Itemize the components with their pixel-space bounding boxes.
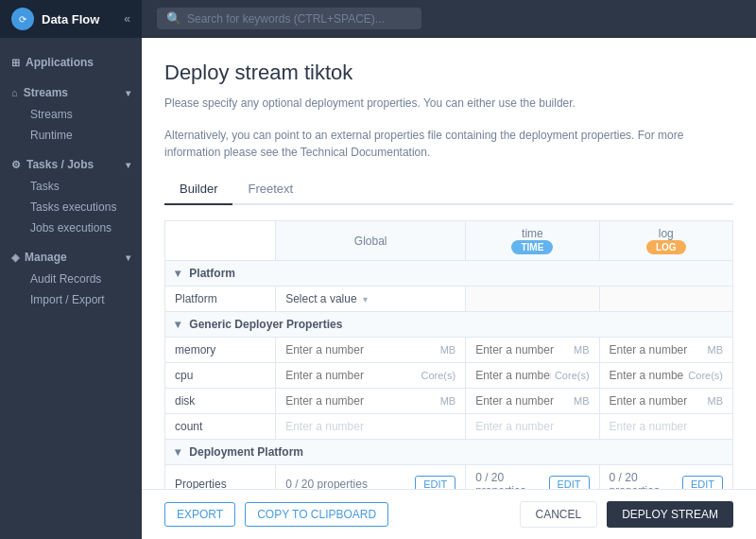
page-desc-1: Please specify any optional deployment p… — [164, 95, 733, 112]
platform-section-text: Platform — [189, 267, 235, 280]
memory-global-cell[interactable]: MB — [276, 338, 466, 363]
cpu-log-input[interactable] — [610, 369, 685, 382]
memory-time-input[interactable] — [475, 343, 570, 356]
tab-builder[interactable]: Builder — [164, 176, 232, 205]
memory-label: memory — [165, 338, 276, 363]
streams-chevron: ▾ — [126, 88, 130, 98]
sidebar-item-tasks-exec[interactable]: Tasks executions — [11, 197, 130, 217]
count-label: count — [165, 414, 276, 440]
sidebar-section-manage: ◈ Manage ▾ Audit Records Import / Export — [0, 240, 142, 312]
disk-log-input[interactable] — [610, 394, 704, 408]
cpu-row: cpu Core(s) Core(s) — [165, 363, 733, 389]
disk-global-cell[interactable]: MB — [276, 389, 466, 414]
memory-time-unit: MB — [574, 344, 590, 356]
stream-icon: ⌂ — [11, 87, 18, 98]
cpu-label: cpu — [165, 363, 276, 389]
footer: EXPORT COPY TO CLIPBOARD CANCEL DEPLOY S… — [142, 489, 756, 539]
footer-actions: CANCEL DEPLOY STREAM — [520, 501, 734, 528]
count-log-input[interactable] — [610, 420, 723, 433]
global-label: Global — [354, 235, 387, 248]
copy-to-clipboard-button[interactable]: COPY TO CLIPBOARD — [245, 502, 388, 527]
sidebar-section-streams: ⌂ Streams ▾ Streams Runtime — [0, 76, 142, 148]
platform-section-row: ▾ Platform — [165, 261, 733, 287]
disk-global-input[interactable] — [285, 394, 437, 408]
cpu-global-input[interactable] — [285, 369, 417, 382]
manage-label: Manage — [25, 251, 67, 264]
cpu-time-unit: Core(s) — [555, 370, 590, 381]
cancel-button[interactable]: CANCEL — [520, 501, 598, 528]
cpu-log-cell[interactable]: Core(s) — [599, 363, 732, 389]
sidebar-header: ⟳ Data Flow « — [0, 0, 142, 38]
sidebar: ⟳ Data Flow « ⊞ Applications ⌂ Streams ▾… — [0, 0, 142, 539]
cpu-log-unit: Core(s) — [688, 370, 723, 381]
sidebar-item-tasks[interactable]: Tasks — [11, 176, 130, 197]
memory-row: memory MB MB — [165, 338, 733, 363]
memory-global-input[interactable] — [285, 343, 437, 356]
generic-deployer-section-row: ▾ Generic Deployer Properties — [165, 312, 733, 338]
cpu-time-input[interactable] — [475, 369, 551, 382]
search-input[interactable] — [187, 12, 412, 26]
time-badge: TIME — [511, 240, 553, 254]
count-time-input[interactable] — [475, 420, 589, 433]
sidebar-nav: ⊞ Applications ⌂ Streams ▾ Streams Runti… — [0, 38, 142, 539]
deploy-props-log-cell[interactable]: 0 / 20 properties EDIT — [599, 465, 732, 490]
platform-row: Platform Select a value ▾ — [165, 287, 733, 312]
sidebar-item-manage[interactable]: ◈ Manage ▾ — [11, 246, 130, 269]
tab-freetext-label: Freetext — [248, 182, 293, 196]
generic-chevron-icon: ▾ — [175, 318, 180, 331]
sidebar-section-tasks: ⚙ Tasks / Jobs ▾ Tasks Tasks executions … — [0, 148, 142, 240]
platform-section-label: ▾ Platform — [165, 261, 733, 287]
runtime-label: Runtime — [30, 129, 73, 142]
cpu-global-cell[interactable]: Core(s) — [276, 363, 466, 389]
sidebar-item-streams[interactable]: ⌂ Streams ▾ — [11, 81, 130, 104]
cpu-time-cell[interactable]: Core(s) — [466, 363, 599, 389]
count-global-cell[interactable] — [276, 414, 466, 440]
cpu-global-unit: Core(s) — [421, 370, 456, 381]
tab-freetext[interactable]: Freetext — [232, 176, 308, 205]
count-row: count — [165, 414, 733, 440]
memory-log-unit: MB — [708, 344, 724, 356]
streams-label: Streams — [24, 86, 68, 99]
memory-log-input[interactable] — [610, 343, 704, 356]
audit-label: Audit Records — [30, 272, 101, 286]
export-button[interactable]: EXPORT — [164, 502, 235, 527]
count-time-cell[interactable] — [466, 414, 599, 440]
platform-global-cell[interactable]: Select a value ▾ — [276, 287, 466, 312]
collapse-button[interactable]: « — [124, 12, 130, 26]
tasks-jobs-label: Tasks / Jobs — [26, 158, 94, 171]
sidebar-item-import-export[interactable]: Import / Export — [11, 289, 130, 310]
deployment-chevron-icon: ▾ — [175, 445, 180, 459]
deploy-props-time-count: 0 / 20 properties — [475, 471, 548, 489]
page-content: Deploy stream tiktok Please specify any … — [142, 38, 756, 489]
tasks-icon: ⚙ — [11, 159, 21, 171]
tasks-label: Tasks — [30, 180, 60, 193]
time-label: time — [475, 227, 589, 240]
manage-icon: ◈ — [11, 252, 19, 264]
deploy-props-label: Properties — [165, 465, 276, 490]
search-box[interactable]: 🔍 — [157, 8, 421, 29]
sidebar-item-applications[interactable]: ⊞ Applications — [11, 51, 130, 74]
disk-log-cell[interactable]: MB — [599, 389, 732, 414]
deploy-props-time-edit-button[interactable]: EDIT — [549, 476, 590, 489]
memory-log-cell[interactable]: MB — [599, 338, 732, 363]
disk-time-input[interactable] — [475, 394, 570, 408]
sidebar-item-streams-list[interactable]: Streams — [11, 104, 130, 125]
sidebar-item-audit[interactable]: Audit Records — [11, 269, 130, 289]
sidebar-item-jobs-exec[interactable]: Jobs executions — [11, 217, 130, 238]
sidebar-item-runtime[interactable]: Runtime — [11, 125, 130, 146]
sidebar-item-tasks-jobs[interactable]: ⚙ Tasks / Jobs ▾ — [11, 153, 130, 176]
deploy-props-time-cell[interactable]: 0 / 20 properties EDIT — [466, 465, 599, 490]
deploy-props-log-edit-button[interactable]: EDIT — [682, 476, 723, 489]
deploy-stream-button[interactable]: DEPLOY STREAM — [607, 501, 733, 528]
memory-global-unit: MB — [440, 344, 456, 356]
deploy-props-global-cell[interactable]: 0 / 20 properties EDIT — [276, 465, 466, 490]
count-global-input[interactable] — [285, 420, 455, 433]
col-label-header — [165, 221, 276, 261]
disk-time-cell[interactable]: MB — [466, 389, 599, 414]
platform-select[interactable]: Select a value ▾ — [285, 292, 455, 305]
main-area: 🔍 Deploy stream tiktok Please specify an… — [142, 0, 756, 539]
memory-time-cell[interactable]: MB — [466, 338, 599, 363]
disk-time-unit: MB — [574, 395, 590, 407]
deploy-props-global-edit-button[interactable]: EDIT — [415, 476, 455, 489]
count-log-cell[interactable] — [599, 414, 732, 440]
